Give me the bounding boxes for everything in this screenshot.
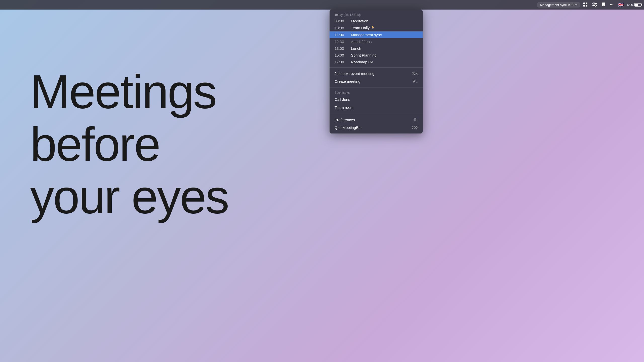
event-name-5: Sprint Planning bbox=[351, 53, 418, 57]
preferences-label: Preferences bbox=[335, 118, 355, 122]
hero-line2: before bbox=[30, 118, 228, 170]
event-name-2: Management sync bbox=[351, 33, 418, 37]
event-sprint-planning[interactable]: 15:00 Sprint Planning bbox=[330, 52, 423, 59]
event-andrii-jens[interactable]: 12:30 Andrii / Jens bbox=[330, 38, 423, 45]
quit-button[interactable]: Quit MeetingBar ⌘Q bbox=[330, 124, 423, 131]
bookmark-team-room[interactable]: Team room bbox=[330, 104, 423, 112]
svg-rect-2 bbox=[583, 5, 585, 7]
svg-point-7 bbox=[595, 5, 596, 6]
event-team-daily[interactable]: 10:30 Team Daily 🏃 bbox=[330, 24, 423, 31]
battery-percent: 46% bbox=[627, 3, 633, 7]
event-time-6: 17:00 bbox=[335, 60, 351, 64]
more-icon[interactable]: ••• bbox=[609, 2, 615, 7]
bookmarks-header: Bookmarks bbox=[330, 89, 423, 96]
svg-rect-3 bbox=[586, 5, 587, 7]
preferences-shortcut: ⌘, bbox=[413, 118, 418, 122]
create-meeting-shortcut: ⌘L bbox=[413, 79, 418, 83]
event-time-5: 15:00 bbox=[335, 53, 351, 57]
hero-text: Meetings before your eyes bbox=[30, 65, 228, 223]
battery-fill bbox=[635, 4, 638, 6]
svg-point-5 bbox=[593, 3, 595, 4]
battery-indicator: 46% bbox=[627, 3, 641, 7]
quit-label: Quit MeetingBar bbox=[335, 125, 362, 130]
preferences-button[interactable]: Preferences ⌘, bbox=[330, 116, 423, 124]
event-roadmap-q4[interactable]: 17:00 Roadmap Q4 bbox=[330, 59, 423, 65]
event-name-0: Meditation bbox=[351, 19, 418, 23]
event-name-1: Team Daily 🏃 bbox=[351, 26, 418, 30]
menubar: Management sync in 11m ••• 🇬🇧 46% bbox=[0, 0, 644, 10]
battery-icon bbox=[634, 3, 641, 7]
event-name-3: Andrii / Jens bbox=[351, 39, 418, 44]
grid-icon[interactable] bbox=[582, 2, 589, 8]
bookmark-call-jens[interactable]: Call Jens bbox=[330, 96, 423, 104]
controls-icon[interactable] bbox=[591, 2, 598, 8]
actions-section: Join next event meeting ⌘K Create meetin… bbox=[330, 68, 423, 87]
svg-rect-1 bbox=[586, 3, 587, 4]
event-time-1: 10:30 bbox=[335, 26, 351, 30]
bookmarks-section: Bookmarks Call Jens Team room bbox=[330, 87, 423, 114]
notification-label[interactable]: Management sync in 11m bbox=[537, 2, 580, 8]
event-lunch[interactable]: 13:00 Lunch bbox=[330, 45, 423, 52]
bookmark-label-0: Call Jens bbox=[335, 97, 350, 102]
svg-rect-0 bbox=[583, 3, 585, 4]
event-management-sync[interactable]: 11:00 Management sync bbox=[330, 31, 423, 38]
event-time-4: 13:00 bbox=[335, 46, 351, 51]
events-section: Today (Fri, 12 Feb): 09:00 Meditation 10… bbox=[330, 10, 423, 68]
hero-line1: Meetings bbox=[30, 65, 228, 118]
event-time-3: 12:30 bbox=[335, 39, 351, 44]
event-name-4: Lunch bbox=[351, 46, 418, 51]
join-next-meeting-button[interactable]: Join next event meeting ⌘K bbox=[330, 70, 423, 77]
today-header: Today (Fri, 12 Feb): bbox=[330, 12, 423, 18]
event-time-0: 09:00 bbox=[335, 19, 351, 23]
quit-shortcut: ⌘Q bbox=[412, 126, 418, 129]
dropdown-menu: Today (Fri, 12 Feb): 09:00 Meditation 10… bbox=[330, 10, 423, 133]
event-name-6: Roadmap Q4 bbox=[351, 60, 418, 64]
join-next-label: Join next event meeting bbox=[335, 71, 374, 76]
event-time-2: 11:00 bbox=[335, 33, 351, 37]
join-next-shortcut: ⌘K bbox=[412, 72, 418, 75]
create-meeting-button[interactable]: Create meeting ⌘L bbox=[330, 77, 423, 85]
bookmark-label-1: Team room bbox=[335, 105, 353, 110]
hero-line3: your eyes bbox=[30, 170, 228, 223]
create-meeting-label: Create meeting bbox=[335, 79, 360, 83]
flag-icon[interactable]: 🇬🇧 bbox=[617, 2, 625, 8]
bookmark-icon[interactable] bbox=[600, 2, 607, 8]
event-meditation[interactable]: 09:00 Meditation bbox=[330, 18, 423, 24]
bottom-actions-section: Preferences ⌘, Quit MeetingBar ⌘Q bbox=[330, 114, 423, 133]
